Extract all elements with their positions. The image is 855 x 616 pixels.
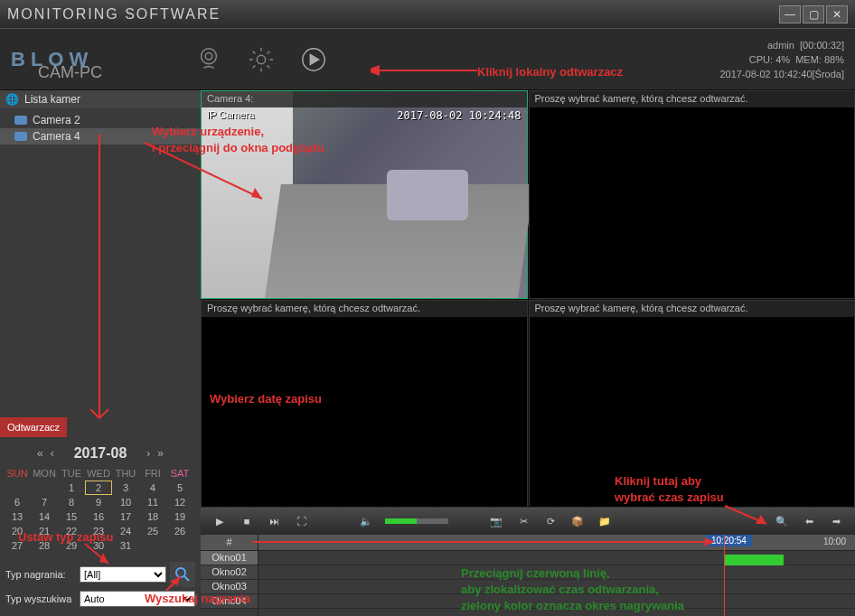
timeline-row-label[interactable]: Okno03 (201, 580, 258, 594)
calendar-day[interactable]: 3 (112, 481, 139, 495)
calendar-next-year[interactable]: » (157, 447, 164, 460)
timeline: # Okno01 Okno02 Okno03 Okno04 10:20:54 1… (201, 535, 855, 616)
calendar-day[interactable]: 11 (139, 495, 166, 509)
calendar-dow: SUN (4, 466, 31, 481)
calendar-day[interactable]: 14 (31, 509, 58, 524)
calendar-day[interactable]: 21 (31, 524, 58, 538)
timeline-row-label[interactable]: Okno02 (201, 565, 258, 580)
status-uptime: [00:00:32] (800, 40, 844, 51)
brand-subtitle: CAM-PC (38, 63, 102, 82)
calendar-day[interactable]: 4 (139, 481, 166, 495)
timeline-header: # (201, 535, 258, 551)
calendar-day (139, 538, 166, 553)
volume-slider[interactable] (385, 518, 448, 524)
globe-icon: 🌐 (5, 93, 19, 106)
calendar-dow: TUE (58, 466, 85, 481)
calendar-day[interactable]: 6 (4, 495, 31, 509)
close-button[interactable]: ✕ (826, 5, 848, 23)
video-pane-4[interactable]: Proszę wybrać kamerę, którą chcesz odtwa… (529, 300, 856, 509)
calendar-prev-year[interactable]: « (37, 447, 43, 460)
search-type-select[interactable]: Auto (80, 591, 195, 607)
video-pane-2[interactable]: Proszę wybrać kamerę, którą chcesz odtwa… (529, 90, 856, 299)
tab-playback[interactable]: Odtwarzacz (0, 417, 67, 437)
calendar-day[interactable]: 27 (4, 538, 31, 553)
timeline-forward-button[interactable]: ➡ (828, 513, 844, 529)
calendar-day[interactable]: 23 (85, 524, 112, 538)
calendar-day[interactable]: 1 (58, 481, 85, 495)
calendar-dow: SAT (166, 466, 193, 481)
calendar-next-month[interactable]: › (146, 447, 150, 460)
window-controls: — ▢ ✕ (779, 5, 848, 23)
calendar-day[interactable]: 19 (166, 509, 193, 524)
calendar-day[interactable]: 31 (112, 538, 139, 553)
title-bar: MONITORING SOFTWARE — ▢ ✕ (0, 0, 855, 29)
playback-icon[interactable] (297, 43, 330, 76)
calendar-day[interactable]: 16 (85, 509, 112, 524)
calendar-day[interactable]: 5 (166, 481, 193, 495)
status-block: admin [00:00:32] CPU: 4% MEM: 88% 2017-0… (719, 38, 844, 81)
timeline-row-label[interactable]: Okno04 (201, 594, 258, 609)
calendar-day (4, 481, 31, 495)
calendar-day[interactable]: 8 (58, 495, 85, 509)
settings-icon[interactable] (245, 43, 277, 76)
status-user: admin (767, 40, 794, 51)
calendar-grid: SUNMONTUEWEDTHUFRISAT1234567891011121314… (4, 466, 197, 553)
zoom-button[interactable]: 🔍 (774, 513, 790, 529)
calendar-day[interactable]: 15 (58, 509, 85, 524)
recording-type-select[interactable]: [All] (80, 566, 166, 583)
calendar-prev-month[interactable]: ‹ (51, 447, 54, 460)
timeline-tick: 10:00 (823, 537, 846, 546)
cut-button[interactable]: ✂ (515, 513, 531, 529)
calendar-day[interactable]: 26 (166, 524, 193, 538)
calendar-day[interactable]: 22 (58, 524, 85, 538)
camera-list-header: 🌐 Lista kamer (0, 90, 201, 108)
video-pane-1[interactable]: Camera 4: IP Camera 2017-08-02 10:24:48 (201, 90, 528, 299)
play-button[interactable]: ▶ (211, 513, 228, 529)
calendar-day[interactable]: 17 (112, 509, 139, 524)
export-button[interactable]: 📦 (569, 513, 586, 529)
calendar-day[interactable]: 28 (31, 538, 58, 553)
timeline-playhead[interactable] (724, 535, 725, 616)
maximize-button[interactable]: ▢ (803, 5, 824, 23)
calendar-day[interactable]: 2 (85, 481, 112, 495)
calendar-day[interactable]: 18 (139, 509, 166, 524)
svg-point-2 (258, 55, 266, 63)
video-grid: Camera 4: IP Camera 2017-08-02 10:24:48 … (201, 90, 855, 508)
timeline-track[interactable]: 10:20:54 10:00 (258, 535, 855, 616)
calendar-day[interactable]: 13 (4, 509, 31, 524)
search-button[interactable] (170, 562, 195, 587)
minimize-button[interactable]: — (779, 5, 801, 23)
svg-point-0 (202, 48, 217, 63)
timeline-back-button[interactable]: ⬅ (801, 513, 817, 529)
calendar-day[interactable]: 12 (166, 495, 193, 509)
calendar-day[interactable]: 29 (58, 538, 85, 553)
calendar: « ‹ 2017-08 › » SUNMONTUEWEDTHUFRISAT123… (0, 437, 201, 556)
snapshot-button[interactable]: 📷 (488, 513, 504, 529)
sync-button[interactable]: ⟳ (542, 513, 559, 529)
video-pane-3[interactable]: Proszę wybrać kamerę, którą chcesz odtwa… (201, 300, 528, 509)
live-view-icon[interactable] (193, 43, 225, 76)
timeline-row-label[interactable]: Okno01 (201, 551, 258, 565)
camera-item[interactable]: Camera 4 (0, 128, 201, 145)
calendar-day[interactable]: 24 (112, 524, 139, 538)
calendar-dow: FRI (139, 466, 166, 481)
next-frame-button[interactable]: ⏭ (266, 513, 282, 529)
camera-item[interactable]: Camera 2 (0, 112, 201, 128)
calendar-day[interactable]: 10 (112, 495, 139, 509)
calendar-day[interactable]: 7 (31, 495, 58, 509)
camera-list-title: Lista kamer (24, 93, 80, 106)
camera-icon (14, 132, 27, 141)
stop-button[interactable]: ■ (239, 513, 255, 529)
toolbar (193, 43, 330, 76)
mute-button[interactable]: 🔈 (358, 513, 374, 529)
timeline-recording-segment[interactable] (724, 555, 784, 565)
calendar-day[interactable]: 30 (85, 538, 112, 553)
fullscreen-button[interactable]: ⛶ (293, 513, 309, 529)
view-area: Camera 4: IP Camera 2017-08-02 10:24:48 … (201, 90, 855, 616)
calendar-day[interactable]: 25 (139, 524, 166, 538)
calendar-month: 2017-08 (74, 445, 127, 462)
calendar-dow: MON (31, 466, 58, 481)
calendar-day[interactable]: 9 (85, 495, 112, 509)
folder-button[interactable]: 📁 (597, 513, 613, 529)
calendar-day[interactable]: 20 (4, 524, 31, 538)
